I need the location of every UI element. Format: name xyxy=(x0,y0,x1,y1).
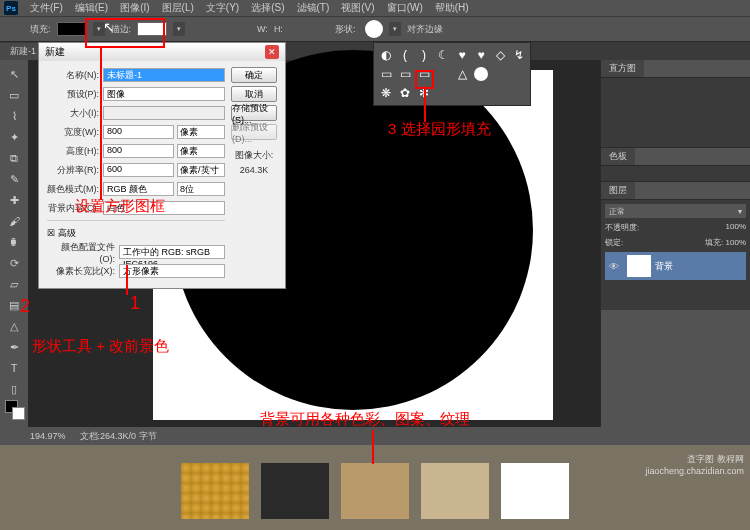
menu-select[interactable]: 选择(S) xyxy=(245,0,290,17)
shape-option[interactable]: ♥ xyxy=(453,46,471,64)
swatches-tab[interactable]: 色板 xyxy=(601,148,635,165)
width-input[interactable]: 800 xyxy=(103,125,174,139)
shape-option[interactable] xyxy=(472,84,490,102)
mode-bits[interactable]: 8位 xyxy=(177,182,225,196)
width-label: 宽度(W): xyxy=(47,126,103,139)
type-tool[interactable]: T xyxy=(3,358,25,378)
save-preset-button[interactable]: 存储预设(S)... xyxy=(231,105,277,121)
layer-background[interactable]: 👁 背景 xyxy=(605,252,746,280)
height-input[interactable]: 800 xyxy=(103,144,174,158)
align-label: 对齐边缘 xyxy=(407,23,443,36)
shape-option[interactable]: ✿ xyxy=(396,84,414,102)
height-unit[interactable]: 像素 xyxy=(177,144,225,158)
visibility-icon[interactable]: 👁 xyxy=(605,261,623,272)
fill-swatch[interactable] xyxy=(57,22,87,36)
menu-layer[interactable]: 图层(L) xyxy=(156,0,200,17)
name-input[interactable]: 未标题-1 xyxy=(103,68,225,82)
menu-view[interactable]: 视图(V) xyxy=(335,0,380,17)
shape-option[interactable]: ↯ xyxy=(510,46,528,64)
zoom-level[interactable]: 194.97% xyxy=(30,431,66,441)
filesize-value: 264.3K xyxy=(231,165,277,175)
menu-edit[interactable]: 编辑(E) xyxy=(69,0,114,17)
blur-tool[interactable]: △ xyxy=(3,316,25,336)
menu-type[interactable]: 文字(Y) xyxy=(200,0,245,17)
stroke-swatch[interactable] xyxy=(137,22,167,36)
menu-window[interactable]: 窗口(W) xyxy=(381,0,429,17)
shape-option[interactable]: ◐ xyxy=(377,46,395,64)
bg-label: 背景内容(C): xyxy=(47,202,103,215)
photoshop-window: Ps 文件(F) 编辑(E) 图像(I) 图层(L) 文字(Y) 选择(S) 滤… xyxy=(0,0,750,445)
preset-select[interactable]: 图像 xyxy=(103,87,225,101)
shape-option[interactable] xyxy=(510,65,528,83)
dialog-titlebar[interactable]: 新建 ✕ xyxy=(39,43,285,61)
shape-option[interactable]: ◇ xyxy=(491,46,509,64)
brush-tool[interactable]: 🖌 xyxy=(3,211,25,231)
gradient-tool[interactable]: ▤ xyxy=(3,295,25,315)
width-unit[interactable]: 像素 xyxy=(177,125,225,139)
shape-option[interactable] xyxy=(434,65,452,83)
histogram-tab[interactable]: 直方图 xyxy=(601,60,644,77)
menu-help[interactable]: 帮助(H) xyxy=(429,0,475,17)
opacity-value[interactable]: 100% xyxy=(726,222,746,233)
layer-name: 背景 xyxy=(655,260,673,273)
shape-option[interactable] xyxy=(510,84,528,102)
options-bar: ↖ 填充: ▾ 描边: ▾ W: H: 形状: ▾ 对齐边缘 xyxy=(0,16,750,42)
shape-option[interactable] xyxy=(472,65,490,83)
shape-option[interactable]: ❋ xyxy=(377,84,395,102)
swatch-black xyxy=(261,463,329,519)
fill-value[interactable]: 100% xyxy=(726,238,746,247)
shape-tool[interactable]: ▯ xyxy=(3,379,25,399)
menu-file[interactable]: 文件(F) xyxy=(24,0,69,17)
stamp-tool[interactable]: ⧯ xyxy=(3,232,25,252)
shape-option[interactable]: ( xyxy=(396,46,414,64)
w-label: W: xyxy=(257,24,268,34)
shape-thumb[interactable] xyxy=(365,20,383,38)
res-unit[interactable]: 像素/英寸 xyxy=(177,163,225,177)
eraser-tool[interactable]: ▱ xyxy=(3,274,25,294)
eyedrop-tool[interactable]: ✎ xyxy=(3,169,25,189)
color-picker[interactable] xyxy=(3,400,25,426)
heal-tool[interactable]: ✚ xyxy=(3,190,25,210)
opacity-label: 不透明度: xyxy=(605,222,639,233)
shape-option[interactable]: ) xyxy=(415,46,433,64)
res-input[interactable]: 600 xyxy=(103,163,174,177)
shape-option[interactable] xyxy=(491,65,509,83)
shape-option[interactable] xyxy=(434,84,452,102)
history-tool[interactable]: ⟳ xyxy=(3,253,25,273)
profile-select[interactable]: 工作中的 RGB: sRGB IEC6196... xyxy=(119,245,225,259)
res-label: 分辨率(R): xyxy=(47,164,103,177)
blend-mode[interactable]: 正常▾ xyxy=(605,204,746,218)
stroke-dropdown[interactable]: ▾ xyxy=(173,22,185,36)
wand-tool[interactable]: ✦ xyxy=(3,127,25,147)
menu-filter[interactable]: 滤镜(T) xyxy=(291,0,336,17)
shape-option[interactable]: ☾ xyxy=(434,46,452,64)
move-tool[interactable]: ↖ xyxy=(3,64,25,84)
lasso-tool[interactable]: ⌇ xyxy=(3,106,25,126)
background-color[interactable] xyxy=(12,407,25,420)
shape-option[interactable]: ▭ xyxy=(396,65,414,83)
pen-tool[interactable]: ✒ xyxy=(3,337,25,357)
bg-select[interactable]: 白色 xyxy=(103,201,225,215)
crop-tool[interactable]: ⧉ xyxy=(3,148,25,168)
aspect-select[interactable]: 方形像素 xyxy=(119,264,225,278)
shape-option[interactable]: ✻ xyxy=(415,84,433,102)
marquee-tool[interactable]: ▭ xyxy=(3,85,25,105)
ok-button[interactable]: 确定 xyxy=(231,67,277,83)
shape-option[interactable]: △ xyxy=(453,65,471,83)
shape-option[interactable]: ♥ xyxy=(472,46,490,64)
layers-tab[interactable]: 图层 xyxy=(601,182,635,199)
shape-dropdown[interactable]: ▾ xyxy=(389,22,401,36)
size-select[interactable] xyxy=(103,106,225,120)
mode-select[interactable]: RGB 颜色 xyxy=(103,182,174,196)
shape-option[interactable]: ▭ xyxy=(415,65,433,83)
dialog-title: 新建 xyxy=(45,45,65,59)
fill-label: 填充: xyxy=(30,23,51,36)
shape-picker[interactable]: ◐()☾♥♥◇↯▭▭▭△❋✿✻ xyxy=(373,42,531,106)
shape-option[interactable] xyxy=(453,84,471,102)
cancel-button[interactable]: 取消 xyxy=(231,86,277,102)
close-icon[interactable]: ✕ xyxy=(265,45,279,59)
menu-image[interactable]: 图像(I) xyxy=(114,0,155,17)
shape-option[interactable]: ▭ xyxy=(377,65,395,83)
doc-size: 文档:264.3K/0 字节 xyxy=(80,430,157,443)
shape-option[interactable] xyxy=(491,84,509,102)
